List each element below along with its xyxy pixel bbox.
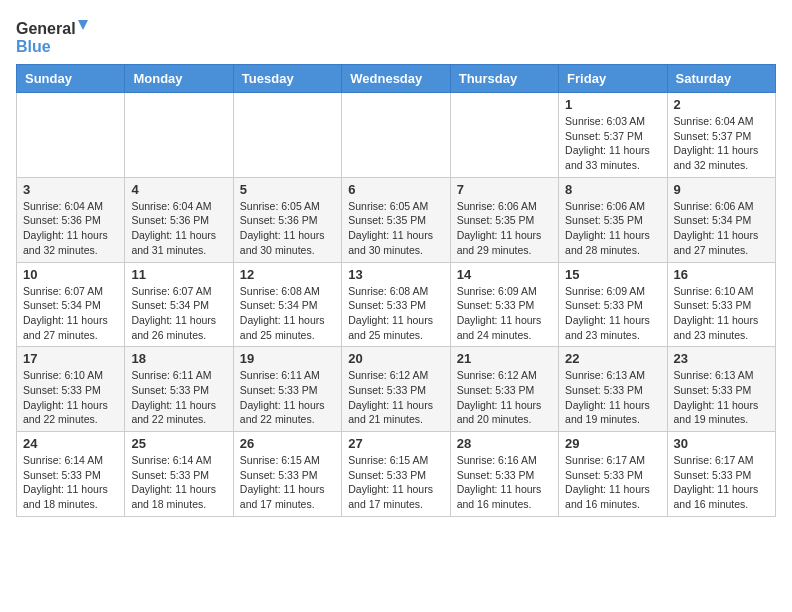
day-number: 22: [565, 351, 660, 366]
svg-marker-2: [78, 20, 88, 30]
day-info: Sunrise: 6:13 AMSunset: 5:33 PMDaylight:…: [565, 368, 660, 427]
day-info: Sunrise: 6:15 AMSunset: 5:33 PMDaylight:…: [348, 453, 443, 512]
day-info: Sunrise: 6:03 AMSunset: 5:37 PMDaylight:…: [565, 114, 660, 173]
header-friday: Friday: [559, 65, 667, 93]
day-cell: 6Sunrise: 6:05 AMSunset: 5:35 PMDaylight…: [342, 177, 450, 262]
day-info: Sunrise: 6:10 AMSunset: 5:33 PMDaylight:…: [674, 284, 769, 343]
day-cell: 27Sunrise: 6:15 AMSunset: 5:33 PMDayligh…: [342, 432, 450, 517]
header-saturday: Saturday: [667, 65, 775, 93]
day-number: 15: [565, 267, 660, 282]
header: GeneralBlue: [16, 16, 776, 56]
day-info: Sunrise: 6:06 AMSunset: 5:35 PMDaylight:…: [565, 199, 660, 258]
day-cell: 24Sunrise: 6:14 AMSunset: 5:33 PMDayligh…: [17, 432, 125, 517]
day-cell: 10Sunrise: 6:07 AMSunset: 5:34 PMDayligh…: [17, 262, 125, 347]
day-number: 14: [457, 267, 552, 282]
day-info: Sunrise: 6:11 AMSunset: 5:33 PMDaylight:…: [240, 368, 335, 427]
day-cell: 14Sunrise: 6:09 AMSunset: 5:33 PMDayligh…: [450, 262, 558, 347]
day-cell: 19Sunrise: 6:11 AMSunset: 5:33 PMDayligh…: [233, 347, 341, 432]
day-cell: 25Sunrise: 6:14 AMSunset: 5:33 PMDayligh…: [125, 432, 233, 517]
day-cell: 15Sunrise: 6:09 AMSunset: 5:33 PMDayligh…: [559, 262, 667, 347]
day-info: Sunrise: 6:07 AMSunset: 5:34 PMDaylight:…: [131, 284, 226, 343]
day-cell: 17Sunrise: 6:10 AMSunset: 5:33 PMDayligh…: [17, 347, 125, 432]
day-info: Sunrise: 6:10 AMSunset: 5:33 PMDaylight:…: [23, 368, 118, 427]
day-cell: [125, 93, 233, 178]
week-row-4: 17Sunrise: 6:10 AMSunset: 5:33 PMDayligh…: [17, 347, 776, 432]
day-info: Sunrise: 6:05 AMSunset: 5:36 PMDaylight:…: [240, 199, 335, 258]
week-row-1: 1Sunrise: 6:03 AMSunset: 5:37 PMDaylight…: [17, 93, 776, 178]
day-info: Sunrise: 6:06 AMSunset: 5:34 PMDaylight:…: [674, 199, 769, 258]
week-row-3: 10Sunrise: 6:07 AMSunset: 5:34 PMDayligh…: [17, 262, 776, 347]
day-number: 1: [565, 97, 660, 112]
svg-text:Blue: Blue: [16, 38, 51, 55]
calendar: SundayMondayTuesdayWednesdayThursdayFrid…: [16, 64, 776, 517]
day-number: 25: [131, 436, 226, 451]
day-info: Sunrise: 6:13 AMSunset: 5:33 PMDaylight:…: [674, 368, 769, 427]
day-number: 26: [240, 436, 335, 451]
logo: GeneralBlue: [16, 16, 96, 56]
day-number: 20: [348, 351, 443, 366]
day-cell: 20Sunrise: 6:12 AMSunset: 5:33 PMDayligh…: [342, 347, 450, 432]
weekday-header-row: SundayMondayTuesdayWednesdayThursdayFrid…: [17, 65, 776, 93]
day-cell: 21Sunrise: 6:12 AMSunset: 5:33 PMDayligh…: [450, 347, 558, 432]
day-number: 5: [240, 182, 335, 197]
day-info: Sunrise: 6:08 AMSunset: 5:34 PMDaylight:…: [240, 284, 335, 343]
day-info: Sunrise: 6:17 AMSunset: 5:33 PMDaylight:…: [674, 453, 769, 512]
day-info: Sunrise: 6:08 AMSunset: 5:33 PMDaylight:…: [348, 284, 443, 343]
day-info: Sunrise: 6:12 AMSunset: 5:33 PMDaylight:…: [348, 368, 443, 427]
svg-text:General: General: [16, 20, 76, 37]
day-info: Sunrise: 6:09 AMSunset: 5:33 PMDaylight:…: [457, 284, 552, 343]
day-number: 10: [23, 267, 118, 282]
day-info: Sunrise: 6:04 AMSunset: 5:37 PMDaylight:…: [674, 114, 769, 173]
header-tuesday: Tuesday: [233, 65, 341, 93]
day-cell: 2Sunrise: 6:04 AMSunset: 5:37 PMDaylight…: [667, 93, 775, 178]
day-number: 13: [348, 267, 443, 282]
day-number: 19: [240, 351, 335, 366]
day-info: Sunrise: 6:04 AMSunset: 5:36 PMDaylight:…: [131, 199, 226, 258]
day-info: Sunrise: 6:16 AMSunset: 5:33 PMDaylight:…: [457, 453, 552, 512]
day-cell: 4Sunrise: 6:04 AMSunset: 5:36 PMDaylight…: [125, 177, 233, 262]
day-number: 28: [457, 436, 552, 451]
day-number: 6: [348, 182, 443, 197]
day-cell: 28Sunrise: 6:16 AMSunset: 5:33 PMDayligh…: [450, 432, 558, 517]
logo-svg: GeneralBlue: [16, 16, 96, 56]
header-thursday: Thursday: [450, 65, 558, 93]
day-number: 7: [457, 182, 552, 197]
day-number: 30: [674, 436, 769, 451]
header-wednesday: Wednesday: [342, 65, 450, 93]
day-cell: [342, 93, 450, 178]
day-number: 3: [23, 182, 118, 197]
day-info: Sunrise: 6:04 AMSunset: 5:36 PMDaylight:…: [23, 199, 118, 258]
day-cell: 8Sunrise: 6:06 AMSunset: 5:35 PMDaylight…: [559, 177, 667, 262]
day-number: 17: [23, 351, 118, 366]
day-info: Sunrise: 6:11 AMSunset: 5:33 PMDaylight:…: [131, 368, 226, 427]
day-cell: 22Sunrise: 6:13 AMSunset: 5:33 PMDayligh…: [559, 347, 667, 432]
header-sunday: Sunday: [17, 65, 125, 93]
day-info: Sunrise: 6:09 AMSunset: 5:33 PMDaylight:…: [565, 284, 660, 343]
day-number: 4: [131, 182, 226, 197]
day-cell: 5Sunrise: 6:05 AMSunset: 5:36 PMDaylight…: [233, 177, 341, 262]
day-number: 27: [348, 436, 443, 451]
day-cell: 12Sunrise: 6:08 AMSunset: 5:34 PMDayligh…: [233, 262, 341, 347]
day-info: Sunrise: 6:12 AMSunset: 5:33 PMDaylight:…: [457, 368, 552, 427]
day-cell: 26Sunrise: 6:15 AMSunset: 5:33 PMDayligh…: [233, 432, 341, 517]
day-info: Sunrise: 6:15 AMSunset: 5:33 PMDaylight:…: [240, 453, 335, 512]
day-cell: 23Sunrise: 6:13 AMSunset: 5:33 PMDayligh…: [667, 347, 775, 432]
day-info: Sunrise: 6:07 AMSunset: 5:34 PMDaylight:…: [23, 284, 118, 343]
week-row-5: 24Sunrise: 6:14 AMSunset: 5:33 PMDayligh…: [17, 432, 776, 517]
day-cell: 29Sunrise: 6:17 AMSunset: 5:33 PMDayligh…: [559, 432, 667, 517]
day-number: 16: [674, 267, 769, 282]
day-cell: 18Sunrise: 6:11 AMSunset: 5:33 PMDayligh…: [125, 347, 233, 432]
header-monday: Monday: [125, 65, 233, 93]
day-cell: 13Sunrise: 6:08 AMSunset: 5:33 PMDayligh…: [342, 262, 450, 347]
day-cell: 3Sunrise: 6:04 AMSunset: 5:36 PMDaylight…: [17, 177, 125, 262]
day-number: 21: [457, 351, 552, 366]
week-row-2: 3Sunrise: 6:04 AMSunset: 5:36 PMDaylight…: [17, 177, 776, 262]
day-number: 8: [565, 182, 660, 197]
day-number: 9: [674, 182, 769, 197]
day-number: 29: [565, 436, 660, 451]
day-info: Sunrise: 6:17 AMSunset: 5:33 PMDaylight:…: [565, 453, 660, 512]
day-cell: [233, 93, 341, 178]
day-info: Sunrise: 6:05 AMSunset: 5:35 PMDaylight:…: [348, 199, 443, 258]
day-cell: [450, 93, 558, 178]
day-cell: 1Sunrise: 6:03 AMSunset: 5:37 PMDaylight…: [559, 93, 667, 178]
